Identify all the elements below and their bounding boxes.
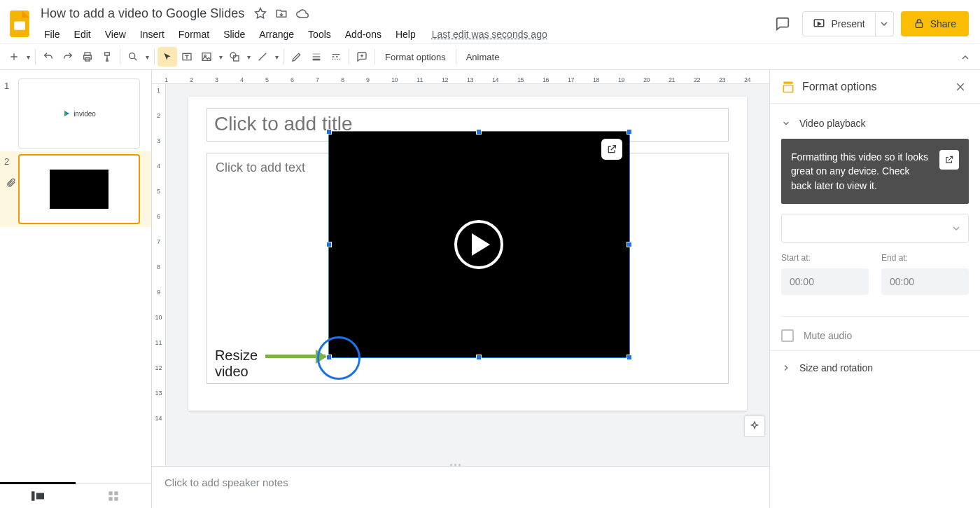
new-slide-button[interactable]: [4, 47, 24, 67]
slide-number: 2: [4, 154, 18, 167]
collapse-toolbar-button[interactable]: [956, 48, 974, 67]
resize-handle[interactable]: [326, 129, 332, 135]
svg-rect-19: [783, 81, 792, 83]
menu-addons[interactable]: Add-ons: [339, 26, 388, 43]
last-edit-info[interactable]: Last edit was seconds ago: [432, 29, 547, 40]
print-button[interactable]: [78, 47, 97, 67]
svg-rect-1: [14, 22, 25, 30]
end-at-label: End at:: [881, 253, 969, 263]
svg-rect-9: [202, 53, 211, 61]
menu-format[interactable]: Format: [172, 26, 216, 43]
new-slide-dropdown[interactable]: ▾: [24, 53, 32, 61]
start-at-label: Start at:: [781, 253, 869, 263]
svg-rect-15: [108, 491, 112, 495]
slide-2-video-thumb: [50, 170, 108, 209]
resize-handle[interactable]: [326, 242, 332, 247]
svg-rect-18: [114, 497, 118, 500]
line-weight-icon[interactable]: [307, 47, 326, 67]
undo-button[interactable]: [38, 47, 58, 67]
resize-handle[interactable]: [626, 355, 632, 360]
speaker-notes[interactable]: Click to add speaker notes: [152, 466, 769, 508]
format-options-sidebar: Format options Video playback Formatting…: [769, 70, 980, 508]
video-playback-section[interactable]: Video playback: [781, 112, 969, 135]
cloud-status-icon[interactable]: [295, 6, 310, 21]
section-label: Size and rotation: [799, 362, 873, 373]
comment-insert-button[interactable]: [352, 47, 372, 67]
open-in-new-icon[interactable]: [601, 139, 622, 160]
zoom-dropdown[interactable]: ▾: [143, 53, 151, 61]
textbox-tool[interactable]: [177, 47, 197, 67]
play-icon[interactable]: [454, 220, 503, 269]
notes-placeholder: Click to add speaker notes: [164, 476, 288, 488]
notes-drag-handle[interactable]: [450, 464, 471, 468]
svg-rect-17: [108, 497, 112, 500]
zoom-button[interactable]: [123, 47, 143, 67]
chevron-right-icon: [781, 363, 791, 373]
line-dropdown[interactable]: ▾: [272, 53, 281, 61]
sidebar-title: Format options: [802, 81, 945, 93]
end-at-input[interactable]: 00:00: [881, 268, 969, 295]
slides-app-icon[interactable]: [6, 6, 34, 42]
close-sidebar-button[interactable]: [952, 78, 969, 95]
menu-arrange[interactable]: Arrange: [253, 26, 300, 43]
menu-file[interactable]: File: [38, 26, 66, 43]
slide-thumb-1[interactable]: 1 invideo: [0, 76, 151, 151]
menu-slide[interactable]: Slide: [217, 26, 251, 43]
line-tool[interactable]: [253, 47, 272, 67]
menu-view[interactable]: View: [99, 26, 132, 43]
svg-rect-12: [234, 56, 239, 61]
paint-format-button[interactable]: [97, 47, 117, 67]
slide-1-logo: invideo: [62, 109, 96, 118]
image-dropdown[interactable]: ▾: [216, 53, 225, 61]
size-rotation-section[interactable]: Size and rotation: [770, 350, 980, 385]
resize-handle[interactable]: [626, 129, 632, 135]
mute-audio-checkbox[interactable]: [781, 329, 794, 342]
star-icon[interactable]: [253, 6, 268, 21]
resize-handle[interactable]: [626, 242, 632, 247]
svg-rect-14: [36, 493, 44, 499]
menu-insert[interactable]: Insert: [134, 26, 171, 43]
resize-handle[interactable]: [476, 129, 482, 135]
start-at-input[interactable]: 00:00: [781, 268, 869, 295]
video-preview-box: Formatting this video so it looks great …: [781, 139, 969, 204]
highlighter-icon[interactable]: [287, 47, 307, 67]
filmstrip: 1 invideo 2: [0, 70, 152, 508]
explore-button[interactable]: [744, 416, 765, 437]
annotation-circle: [317, 336, 360, 380]
video-preview-text: Formatting this video so it looks great …: [791, 150, 931, 193]
open-in-new-icon[interactable]: [939, 150, 959, 170]
present-dropdown[interactable]: [876, 11, 894, 36]
present-button[interactable]: Present: [802, 11, 875, 36]
mute-audio-label: Mute audio: [804, 330, 852, 341]
shape-tool[interactable]: [225, 47, 244, 67]
image-tool[interactable]: [197, 47, 216, 67]
toolbar-animate[interactable]: Animate: [459, 52, 507, 62]
menu-help[interactable]: Help: [389, 26, 422, 43]
grid-view-button[interactable]: [76, 483, 151, 509]
open-comments-button[interactable]: [770, 11, 795, 36]
chevron-down-icon: [781, 118, 791, 128]
resize-handle[interactable]: [476, 355, 482, 360]
filmstrip-view-button[interactable]: [0, 482, 76, 507]
menu-tools[interactable]: Tools: [302, 26, 337, 43]
video-element[interactable]: [329, 132, 629, 357]
toolbar-format-options[interactable]: Format options: [378, 52, 453, 62]
toolbar: ▾ ▾ ▾ ▾ ▾ Format options Animate: [0, 43, 980, 70]
select-tool[interactable]: [158, 47, 177, 67]
playback-select[interactable]: [781, 214, 969, 243]
format-options-icon: [781, 80, 795, 94]
document-title[interactable]: How to add a video to Google Slides: [38, 5, 247, 22]
annotation-resize-arrow: [265, 355, 326, 359]
horizontal-ruler: 123456789101112131415161718192021222324: [152, 70, 769, 84]
svg-rect-3: [916, 23, 922, 28]
slide-canvas[interactable]: Click to add title Click to add text: [188, 97, 747, 411]
shape-dropdown[interactable]: ▾: [244, 53, 253, 61]
share-button[interactable]: Share: [901, 11, 969, 36]
slide-thumb-2[interactable]: 2: [0, 151, 151, 227]
menu-edit[interactable]: Edit: [68, 26, 97, 43]
redo-button[interactable]: [58, 47, 78, 67]
line-dash-icon[interactable]: [326, 47, 346, 67]
svg-rect-16: [114, 491, 118, 495]
menu-bar: File Edit View Insert Format Slide Arran…: [38, 25, 547, 44]
move-icon[interactable]: [274, 6, 289, 21]
